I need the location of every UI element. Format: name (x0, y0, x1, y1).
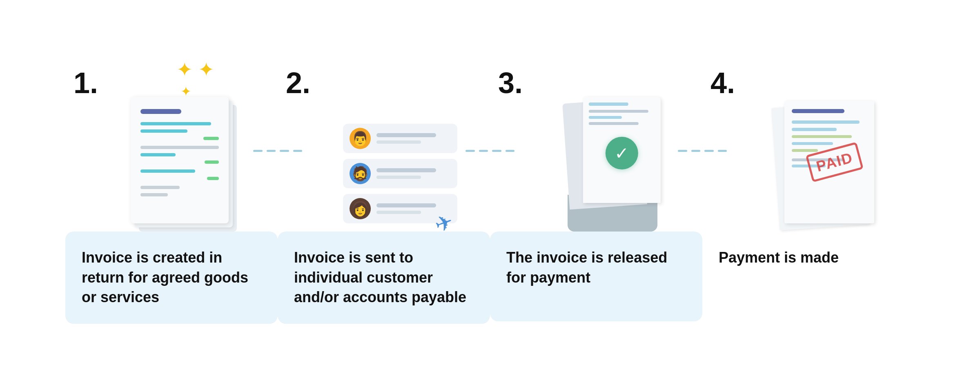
paid-stamp: PAID (806, 142, 864, 183)
step-4-description: Payment is made (719, 248, 898, 268)
invoice-lines-group-2 (140, 146, 219, 164)
step-3-number: 3. (498, 68, 523, 98)
dashed-line-2 (466, 150, 514, 152)
avatar-3: 👩 (350, 198, 371, 219)
step-3-description: The invoice is released for payment (506, 248, 686, 287)
step-2-description: Invoice is sent to individual customer a… (294, 248, 474, 307)
step-1-top: 1. ✦ ✦✦ (65, 68, 278, 232)
step-4-wrapper: 4. PAID (702, 68, 915, 321)
people-list: 👨 🧔 (343, 124, 457, 223)
dashed-line-3 (678, 150, 727, 152)
invoice-header-bar (140, 109, 181, 114)
step-3-top: 3. ✓ (490, 68, 702, 232)
person-lines-1 (376, 133, 451, 144)
check-circle: ✓ (606, 137, 638, 169)
invoice-line (140, 129, 187, 133)
invoice-line (140, 186, 180, 189)
step-2-card: Invoice is sent to individual customer a… (278, 232, 490, 324)
document-check: ✓ (555, 93, 670, 232)
invoice-line (140, 169, 195, 173)
step-1-description: Invoice is created in return for agreed … (82, 248, 261, 307)
dashed-line-1 (253, 150, 302, 152)
connector-3 (678, 150, 727, 152)
step-2-wrapper: 2. 👨 (278, 68, 490, 324)
step-3-illustration: ✓ (531, 68, 694, 232)
invoice-line (207, 177, 219, 180)
step-1-card: Invoice is created in return for agreed … (65, 232, 278, 324)
invoice-line (203, 137, 219, 140)
step-2-top: 2. 👨 (278, 68, 490, 232)
connector-2 (466, 150, 514, 152)
paid-paper-front: PAID (784, 101, 874, 223)
main-container: 1. ✦ ✦✦ (41, 52, 939, 340)
doc-front: ✓ (583, 97, 661, 203)
step-4-illustration: PAID (743, 68, 906, 232)
step-3-wrapper: 3. ✓ (490, 68, 702, 321)
person-lines-2 (376, 168, 451, 179)
invoice-line (140, 146, 219, 149)
invoice-line (140, 153, 176, 156)
invoice-line (205, 160, 219, 164)
avatar-2: 🧔 (350, 163, 371, 184)
step-4-number: 4. (710, 68, 735, 98)
paid-document: PAID (768, 93, 882, 232)
step-2-number: 2. (286, 68, 310, 98)
invoice-line (140, 122, 211, 125)
invoice-line (140, 193, 168, 196)
person-card-1: 👨 (343, 124, 457, 153)
invoice-lines-group-1 (140, 122, 219, 140)
step-1-wrapper: 1. ✦ ✦✦ (65, 68, 278, 324)
step-1-illustration: ✦ ✦✦ (106, 68, 270, 232)
avatar-1: 👨 (350, 128, 371, 149)
step-3-card: The invoice is released for payment (490, 232, 702, 321)
person-card-2: 🧔 (343, 159, 457, 188)
step-1-number: 1. (74, 68, 98, 98)
step-2-illustration: 👨 🧔 (318, 68, 482, 232)
step-4-card: Payment is made (702, 232, 915, 321)
invoice-lines-group-3 (140, 169, 219, 180)
invoice-document (131, 93, 245, 232)
invoice-paper-front (131, 97, 229, 223)
step-4-top: 4. PAID (702, 68, 915, 232)
connector-1 (253, 150, 302, 152)
